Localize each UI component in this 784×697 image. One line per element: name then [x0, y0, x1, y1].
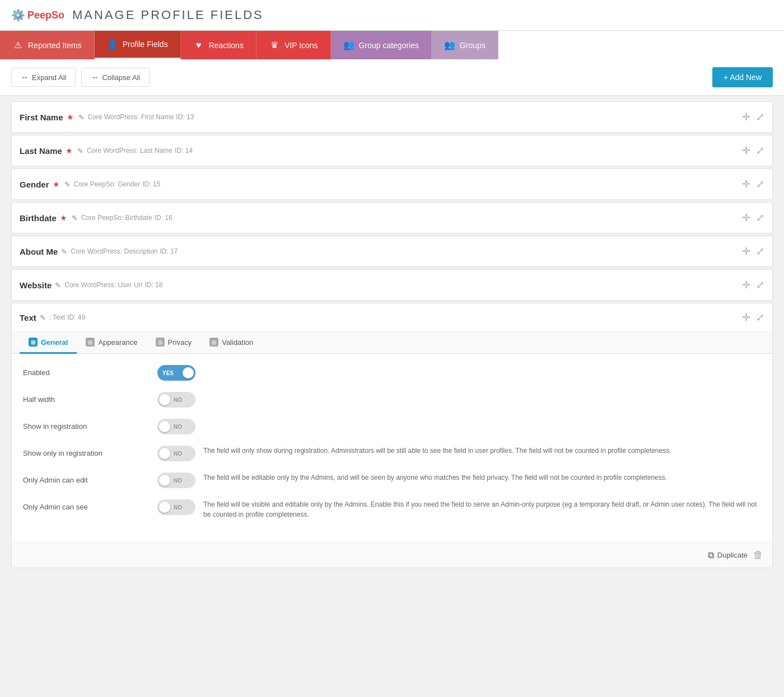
collapse-icon: ↔	[91, 73, 99, 82]
setting-show-in-reg-label: Show in registration	[23, 419, 146, 431]
toggle-knob	[183, 367, 194, 378]
tab-appearance[interactable]: ⊞ Appearance	[77, 332, 146, 354]
toggle-label: NO	[170, 424, 185, 430]
move-icon[interactable]: ✛	[742, 144, 750, 157]
edit-icon[interactable]: ✎	[40, 314, 46, 322]
field-actions: ✛ ⤢	[742, 245, 764, 258]
only-admin-edit-toggle[interactable]: NO	[157, 473, 195, 488]
field-meta: Core WordPress: Last Name	[87, 147, 172, 155]
field-id: ID: 18	[144, 281, 162, 289]
expand-icon[interactable]: ⤢	[756, 245, 764, 258]
field-name-website: Website	[20, 280, 52, 290]
field-row-header: Text ✎ : Text ID: 49 ✛ ⤢	[12, 303, 772, 332]
field-name-gender: Gender	[20, 180, 49, 189]
edit-icon[interactable]: ✎	[77, 147, 83, 155]
page-title: MANAGE PROFILE FIELDS	[72, 8, 264, 22]
field-row-text-expanded: Text ✎ : Text ID: 49 ✛ ⤢ ⊞ General ⊞ App…	[11, 303, 773, 568]
move-icon[interactable]: ✛	[742, 279, 750, 291]
field-actions: ✛ ⤢	[742, 111, 764, 123]
duplicate-button[interactable]: ⧉ Duplicate	[708, 550, 748, 560]
tab-validation[interactable]: ⊞ Validation	[200, 332, 262, 354]
delete-button[interactable]: 🗑	[753, 549, 763, 561]
field-meta: Core WordPress: Description	[71, 247, 157, 255]
field-name-last-name: Last Name	[20, 146, 62, 156]
tab-groups[interactable]: 👥 Groups	[432, 31, 498, 59]
edit-icon[interactable]: ✎	[72, 214, 78, 222]
field-id: ID: 16	[155, 214, 172, 222]
field-row-gender: Gender ★ ✎ Core PeepSo: Gender ID: 15 ✛ …	[11, 169, 773, 200]
field-name-about-me: About Me	[20, 247, 58, 256]
show-only-reg-toggle[interactable]: NO	[157, 446, 195, 461]
tab-vip-label: VIP Icons	[284, 41, 318, 50]
field-row-first-name: First Name ★ ✎ Core WordPress: First Nam…	[11, 101, 773, 133]
toggle-label: NO	[170, 451, 185, 457]
tab-appearance-label: Appearance	[98, 338, 137, 347]
tab-group-cat-label: Group categories	[359, 41, 419, 50]
setting-enabled-control: YES	[157, 365, 761, 381]
field-id: ID: 15	[142, 180, 160, 188]
expand-icon[interactable]: ⤢	[756, 279, 764, 291]
heart-icon: ♥	[193, 40, 204, 51]
nav-tabs: ⚠ Reported Items 👤 Profile Fields ♥ Reac…	[0, 31, 784, 59]
tab-general[interactable]: ⊞ General	[20, 332, 77, 354]
field-actions: ✛ ⤢	[742, 279, 764, 291]
tab-reported-label: Reported Items	[28, 41, 82, 50]
setting-show-in-reg-control: NO	[157, 419, 761, 434]
tab-reactions-label: Reactions	[209, 41, 244, 50]
only-admin-see-toggle[interactable]: NO	[157, 499, 195, 515]
move-icon[interactable]: ✛	[742, 111, 750, 123]
expand-icon[interactable]: ⤢	[756, 111, 764, 123]
field-name-first-name: First Name	[20, 113, 63, 122]
tab-reported[interactable]: ⚠ Reported Items	[0, 31, 95, 59]
field-actions: ✛ ⤢	[742, 178, 764, 190]
tab-group-cat[interactable]: 👥 Group categories	[331, 31, 432, 59]
move-icon[interactable]: ✛	[742, 311, 750, 324]
half-width-toggle[interactable]: NO	[157, 392, 195, 408]
add-new-button[interactable]: + Add New	[712, 67, 773, 87]
tab-validation-label: Validation	[222, 338, 253, 347]
expand-all-label: Expand All	[32, 73, 66, 82]
toolbar-left: ↔ Expand All ↔ Collapse All	[11, 68, 150, 87]
logo-icon: ⚙️	[11, 8, 25, 22]
required-asterisk: ★	[67, 113, 74, 121]
setting-only-admin-see-control: NO The field will be visible and editabl…	[157, 499, 761, 520]
content: First Name ★ ✎ Core WordPress: First Nam…	[0, 96, 784, 582]
edit-icon[interactable]: ✎	[78, 113, 85, 121]
expand-all-button[interactable]: ↔ Expand All	[11, 68, 76, 87]
field-meta: Core WordPress: First Name	[88, 113, 174, 121]
expand-icon[interactable]: ⤢	[756, 178, 764, 190]
collapse-all-label: Collapse All	[102, 73, 140, 82]
expand-icon: ↔	[21, 73, 29, 82]
setting-show-only-reg-label: Show only in registration	[23, 446, 146, 457]
field-row-birthdate: Birthdate ★ ✎ Core PeepSo: Birthdate ID:…	[11, 202, 773, 233]
field-meta: : Text	[49, 314, 65, 321]
edit-icon[interactable]: ✎	[61, 247, 67, 256]
move-icon[interactable]: ✛	[742, 178, 750, 190]
field-tabs: ⊞ General ⊞ Appearance ⊞ Privacy ⊞ Valid…	[12, 332, 772, 354]
expand-icon[interactable]: ⤢	[756, 144, 764, 157]
field-id: ID: 14	[175, 147, 193, 155]
move-icon[interactable]: ✛	[742, 212, 750, 224]
tab-privacy[interactable]: ⊞ Privacy	[147, 332, 201, 354]
toggle-knob	[159, 475, 170, 486]
toggle-label: NO	[170, 504, 185, 511]
tab-reactions[interactable]: ♥ Reactions	[181, 31, 256, 59]
tab-profile[interactable]: 👤 Profile Fields	[95, 31, 181, 59]
field-name-text: Text	[20, 313, 36, 322]
collapse-all-button[interactable]: ↔ Collapse All	[81, 68, 150, 87]
edit-icon[interactable]: ✎	[64, 180, 71, 189]
only-admin-see-desc: The field will be visible and editable o…	[203, 499, 761, 520]
edit-icon[interactable]: ✎	[55, 281, 61, 289]
move-icon[interactable]: ✛	[742, 245, 750, 258]
expand-icon[interactable]: ⤢	[756, 212, 764, 224]
tab-vip[interactable]: ♛ VIP Icons	[256, 31, 331, 59]
group-cat-icon: 👥	[343, 40, 354, 51]
show-in-reg-toggle[interactable]: NO	[157, 419, 195, 434]
expand-icon[interactable]: ⤢	[756, 311, 764, 324]
logo: ⚙️ PeepSo	[11, 8, 64, 22]
field-row-last-name: Last Name ★ ✎ Core WordPress: Last Name …	[11, 135, 773, 166]
enabled-toggle[interactable]: YES	[157, 365, 195, 381]
field-row-about-me: About Me ✎ Core WordPress: Description I…	[11, 236, 773, 267]
toolbar: ↔ Expand All ↔ Collapse All + Add New	[0, 59, 784, 96]
field-id: ID: 13	[176, 113, 194, 121]
